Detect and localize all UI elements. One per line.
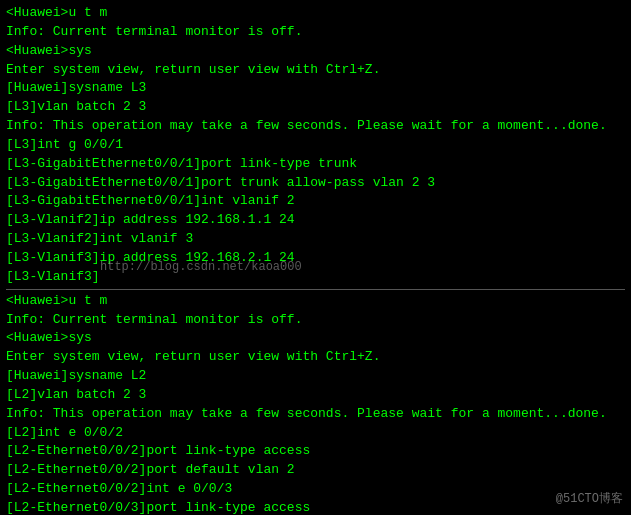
terminal-line: [L3-GigabitEthernet0/0/1]port trunk allo… <box>6 174 625 193</box>
terminal-line: [L2]int e 0/0/2 <box>6 424 625 443</box>
terminal-line: [L3-Vlanif3] <box>6 268 625 287</box>
terminal-line: Info: This operation may take a few seco… <box>6 117 625 136</box>
section2: <Huawei>u t mInfo: Current terminal moni… <box>6 292 625 515</box>
terminal-line: [L3]vlan batch 2 3 <box>6 98 625 117</box>
terminal-line: [L2]vlan batch 2 3 <box>6 386 625 405</box>
terminal-line: Enter system view, return user view with… <box>6 348 625 367</box>
terminal-line: <Huawei>u t m <box>6 4 625 23</box>
terminal-line: Enter system view, return user view with… <box>6 61 625 80</box>
terminal-line: [Huawei]sysname L3 <box>6 79 625 98</box>
terminal-line: [L2-Ethernet0/0/2]port link-type access <box>6 442 625 461</box>
terminal-line: Info: This operation may take a few seco… <box>6 405 625 424</box>
divider <box>6 289 625 290</box>
terminal-line: [L3-Vlanif3]ip address 192.168.2.1 24 <box>6 249 625 268</box>
terminal: <Huawei>u t mInfo: Current terminal moni… <box>0 0 631 515</box>
terminal-line: <Huawei>sys <box>6 329 625 348</box>
terminal-line: [L2-Ethernet0/0/3]port link-type access <box>6 499 625 515</box>
terminal-line: Info: Current terminal monitor is off. <box>6 23 625 42</box>
section1: <Huawei>u t mInfo: Current terminal moni… <box>6 4 625 287</box>
terminal-line: <Huawei>u t m <box>6 292 625 311</box>
terminal-line: [L3-Vlanif2]ip address 192.168.1.1 24 <box>6 211 625 230</box>
terminal-line: [L3]int g 0/0/1 <box>6 136 625 155</box>
terminal-line: [L3-GigabitEthernet0/0/1]int vlanif 2 <box>6 192 625 211</box>
terminal-line: [L3-Vlanif2]int vlanif 3 <box>6 230 625 249</box>
terminal-line: <Huawei>sys <box>6 42 625 61</box>
terminal-line: [L2-Ethernet0/0/2]port default vlan 2 <box>6 461 625 480</box>
terminal-line: [Huawei]sysname L2 <box>6 367 625 386</box>
terminal-line: Info: Current terminal monitor is off. <box>6 311 625 330</box>
terminal-line: [L3-GigabitEthernet0/0/1]port link-type … <box>6 155 625 174</box>
terminal-line: [L2-Ethernet0/0/2]int e 0/0/3 <box>6 480 625 499</box>
